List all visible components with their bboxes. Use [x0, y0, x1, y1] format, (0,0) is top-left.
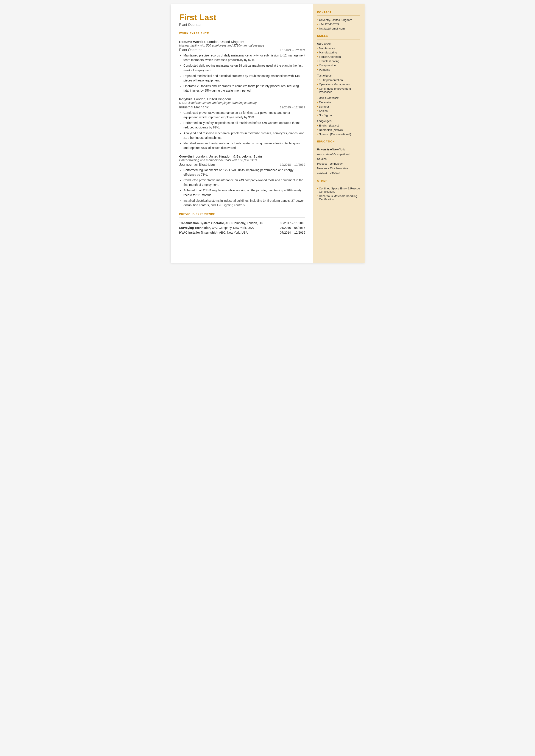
work-experience-section: WORK EXPERIENCE Resume Worded, London, U…	[179, 32, 305, 208]
company-desc-1: NYSE-listed recruitment and employer bra…	[179, 101, 305, 104]
technique-0: 5S Implementation	[317, 78, 360, 82]
tool-2: Kaizen	[317, 109, 360, 113]
role-dates-0: 01/2021 – Present	[280, 48, 305, 52]
contact-divider	[317, 15, 360, 16]
other-title: OTHER	[317, 179, 360, 182]
bullet-list-2: Performed regular checks on 122 HVAC uni…	[179, 168, 305, 208]
name: First Last	[179, 13, 305, 22]
technique-1: Operations Management	[317, 83, 360, 86]
prev-job-1: Surveying Technician, XYZ Company, New Y…	[179, 225, 305, 230]
company-block-1: Polyhire, London, United Kingdom NYSE-li…	[179, 97, 305, 150]
role-row-0: Plant Operator 01/2021 – Present	[179, 48, 305, 52]
role-row-1: Industrial Mechanic 12/2019 – 12/2021	[179, 105, 305, 109]
education-title: EDUCATION	[317, 140, 360, 143]
company-block-2: Growthsi, London, United Kingdom & Barce…	[179, 154, 305, 208]
job-title-main: Plant Operator	[179, 23, 305, 27]
contact-item-0: Coventry, United Kingdom	[317, 18, 360, 21]
techniques-label: Techniques:	[317, 74, 360, 77]
hard-skill-4: Compression	[317, 64, 360, 67]
right-column: CONTACT Coventry, United Kingdom +44 123…	[313, 4, 365, 263]
language-1: Romanian (Native)	[317, 128, 360, 131]
skills-title: SKILLS	[317, 35, 360, 38]
role-dates-1: 12/2019 – 12/2021	[280, 106, 305, 109]
bullet-1-0: Conducted preventative maintenance on 14…	[183, 111, 305, 120]
other-item-1: Hazardous Materials Handling Certificati…	[317, 194, 360, 201]
language-2: Spanish (Conversational)	[317, 132, 360, 136]
edu-degree: Associate of Occupational Studies	[317, 152, 360, 161]
hard-skill-3: Troubleshooting	[317, 60, 360, 63]
prev-job-0: Transmission System Operator, ABC Compan…	[179, 221, 305, 225]
company-desc-0: Nuclear facility with 500 employees and …	[179, 44, 305, 47]
contact-item-1: +44 123456789	[317, 23, 360, 26]
education-block: University of New York Associate of Occu…	[317, 148, 360, 175]
bullet-2-3: Installed electrical systems in industri…	[183, 199, 305, 208]
company-name-0: Resume Worded, London, United Kingdom	[179, 40, 305, 44]
technique-2: Continuous Improvement Processes	[317, 87, 360, 94]
bullet-2-1: Conducted preventative maintenance on 24…	[183, 178, 305, 187]
role-title-0: Plant Operator	[179, 48, 202, 52]
bullet-0-1: Conducted daily routine maintenance on 3…	[183, 63, 305, 72]
role-row-2: Journeyman Electrician 12/2018 – 11/2019	[179, 163, 305, 167]
hard-skill-1: Manufacturing	[317, 51, 360, 54]
language-0: English (Native)	[317, 124, 360, 127]
hard-skills-label: Hard Skills:	[317, 42, 360, 45]
bullet-0-0: Maintained precise records of daily main…	[183, 53, 305, 62]
hard-skill-5: Pumping	[317, 68, 360, 71]
education-section: EDUCATION University of New York Associa…	[317, 140, 360, 175]
bullet-0-3: Operated 29 forklifts and 12 cranes to c…	[183, 84, 305, 93]
company-block-0: Resume Worded, London, United Kingdom Nu…	[179, 40, 305, 93]
left-column: First Last Plant Operator WORK EXPERIENC…	[171, 4, 313, 263]
company-desc-2: Career training and membership SaaS with…	[179, 158, 305, 162]
tools-label: Tools & Software:	[317, 96, 360, 99]
edu-dates: 10/2011 - 06/2014	[317, 170, 360, 175]
bullet-2-0: Performed regular checks on 122 HVAC uni…	[183, 168, 305, 177]
tool-1: Dumper	[317, 105, 360, 108]
role-title-2: Journeyman Electrician	[179, 163, 215, 167]
other-item-0: Confined Space Entry & Rescue Certificat…	[317, 187, 360, 193]
company-name-2: Growthsi, London, United Kingdom & Barce…	[179, 154, 305, 158]
bullet-list-0: Maintained precise records of daily main…	[179, 53, 305, 93]
prev-job-2: HVAC Installer (Internship), ABC, New Yo…	[179, 230, 305, 235]
previous-experience-divider	[179, 217, 305, 218]
previous-experience-title: PREVIOUS EXPERIENCE	[179, 213, 305, 216]
previous-jobs-table: Transmission System Operator, ABC Compan…	[179, 221, 305, 235]
contact-section: CONTACT Coventry, United Kingdom +44 123…	[317, 11, 360, 30]
contact-title: CONTACT	[317, 11, 360, 14]
resume: First Last Plant Operator WORK EXPERIENC…	[171, 4, 365, 263]
tool-0: Excavator	[317, 101, 360, 104]
bullet-1-2: Analyzed and resolved mechanical problem…	[183, 131, 305, 140]
edu-location: New York City, New York	[317, 166, 360, 170]
bullet-1-3: Identified leaks and faulty seals in hyd…	[183, 141, 305, 150]
hard-skill-0: Maintenance	[317, 46, 360, 50]
tool-3: Six Sigma	[317, 114, 360, 117]
hard-skill-2: Forklift Operation	[317, 55, 360, 58]
skills-section: SKILLS Hard Skills: Maintenance Manufact…	[317, 35, 360, 136]
bullet-1-1: Performed daily safety inspections on al…	[183, 121, 305, 130]
bullet-0-2: Repaired mechanical and electrical probl…	[183, 74, 305, 83]
role-title-1: Industrial Mechanic	[179, 105, 209, 109]
bullet-2-2: Adhered to all OSHA regulations while wo…	[183, 188, 305, 197]
previous-experience-section: PREVIOUS EXPERIENCE Transmission System …	[179, 213, 305, 235]
edu-field: Process Technology	[317, 161, 360, 166]
bullet-list-1: Conducted preventative maintenance on 14…	[179, 111, 305, 150]
languages-label: Languages:	[317, 119, 360, 123]
work-experience-title: WORK EXPERIENCE	[179, 32, 305, 35]
role-dates-2: 12/2018 – 11/2019	[280, 163, 305, 166]
edu-school: University of New York	[317, 148, 360, 152]
company-name-1: Polyhire, London, United Kingdom	[179, 97, 305, 101]
skills-divider	[317, 39, 360, 40]
contact-item-2: first.last@gmail.com	[317, 27, 360, 30]
work-experience-divider	[179, 37, 305, 37]
other-section: OTHER Confined Space Entry & Rescue Cert…	[317, 179, 360, 201]
